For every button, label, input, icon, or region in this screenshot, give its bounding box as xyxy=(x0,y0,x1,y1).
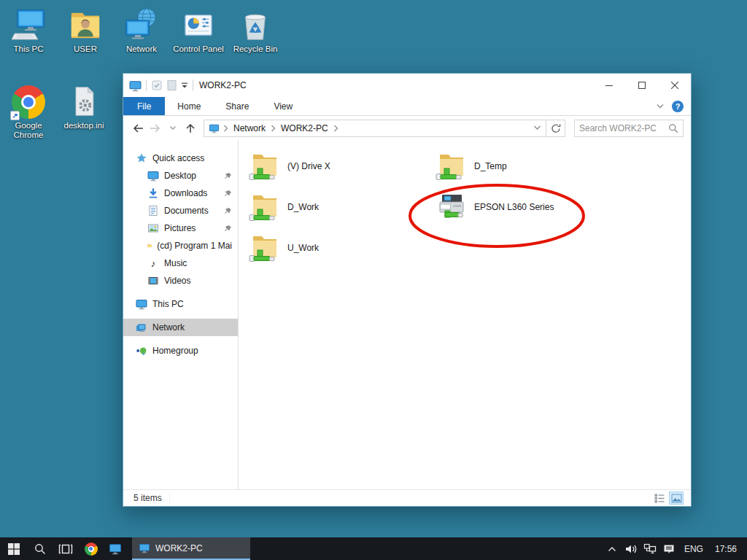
chrome-icon xyxy=(85,542,98,556)
volume-button[interactable] xyxy=(622,537,640,560)
pin-icon xyxy=(224,172,232,180)
sidebar-item-desktop[interactable]: Desktop xyxy=(123,167,238,184)
action-center-icon xyxy=(663,544,675,554)
sidebar-item-label: Desktop xyxy=(164,171,196,181)
desktop-icon-user-folder[interactable]: USER xyxy=(58,6,113,54)
desktop-icon-label: Network xyxy=(114,44,169,54)
file-item-u-work[interactable]: U_Work xyxy=(249,228,436,268)
file-item-d-work[interactable]: D_Work xyxy=(249,187,436,228)
tab-home[interactable]: Home xyxy=(165,97,213,115)
desktop-icon-this-pc[interactable]: This PC xyxy=(1,6,56,54)
sidebar-item-label: Downloads xyxy=(164,188,207,198)
expand-ribbon-chevron-icon[interactable] xyxy=(656,104,665,109)
breadcrumb-chevron-icon[interactable] xyxy=(333,125,338,132)
tab-share[interactable]: Share xyxy=(213,97,261,115)
refresh-icon xyxy=(551,123,561,133)
status-bar: 5 items xyxy=(123,489,691,506)
file-item-label: D_Work xyxy=(287,202,319,212)
task-view-button[interactable] xyxy=(53,537,79,560)
task-button-work2-pc[interactable]: WORK2-PC xyxy=(132,537,250,560)
file-item-v-drive-x[interactable]: (V) Drive X xyxy=(249,146,436,187)
file-item-epson-printer[interactable]: EPSON L360 Series xyxy=(436,187,622,228)
back-button[interactable] xyxy=(129,120,147,137)
large-icons-view-button[interactable] xyxy=(669,491,684,505)
pin-icon xyxy=(224,225,232,233)
recent-locations-chevron-icon[interactable] xyxy=(164,120,182,137)
show-hidden-icons-button[interactable] xyxy=(603,537,622,560)
action-center-button[interactable] xyxy=(659,537,678,560)
speaker-icon xyxy=(624,544,638,554)
file-item-d-temp[interactable]: D_Temp xyxy=(436,146,622,187)
sidebar-item-cd-program[interactable]: (cd) Program 1 Mai xyxy=(123,237,238,254)
details-view-button[interactable] xyxy=(652,491,667,505)
breadcrumb-chevron-icon[interactable] xyxy=(271,125,276,132)
refresh-button[interactable] xyxy=(546,120,565,137)
sidebar-item-label: Homegroup xyxy=(152,346,198,356)
task-button-label: WORK2-PC xyxy=(155,543,203,553)
address-bar[interactable]: Network WORK2-PC xyxy=(204,120,546,137)
sidebar-item-this-pc[interactable]: This PC xyxy=(123,295,238,313)
user-folder-icon xyxy=(58,6,113,42)
desktop-icon-label: desktop.ini xyxy=(56,121,112,131)
sidebar-item-homegroup[interactable]: Homegroup xyxy=(123,342,238,359)
help-button[interactable]: ? xyxy=(672,101,684,112)
desktop-icon-desktop-ini[interactable]: desktop.ini xyxy=(56,82,112,131)
explorer-icon xyxy=(109,542,122,555)
recycle-bin-icon xyxy=(228,6,283,42)
taskbar-search-button[interactable] xyxy=(28,537,53,560)
tab-file[interactable]: File xyxy=(123,97,165,115)
clock[interactable]: 17:56 xyxy=(709,537,747,560)
sidebar-item-documents[interactable]: Documents xyxy=(123,202,238,219)
location-computer-icon xyxy=(209,123,220,133)
breadcrumb-network[interactable]: Network xyxy=(232,123,267,133)
sidebar-item-label: This PC xyxy=(152,299,184,309)
desktop-icon-network[interactable]: Network xyxy=(114,6,169,54)
properties-button-icon[interactable] xyxy=(151,79,163,91)
breadcrumb-chevron-icon[interactable] xyxy=(223,125,228,132)
maximize-button[interactable] xyxy=(625,74,658,97)
file-item-label: U_Work xyxy=(287,243,319,253)
videos-icon xyxy=(147,275,159,287)
customize-toolbar-chevron-icon[interactable] xyxy=(181,82,188,89)
shortcut-arrow-icon: ↗ xyxy=(10,111,20,120)
sidebar-item-videos[interactable]: Videos xyxy=(123,272,238,289)
details-view-icon xyxy=(654,494,665,503)
language-indicator[interactable]: ENG xyxy=(678,537,709,560)
start-button[interactable] xyxy=(0,537,28,560)
title-bar[interactable]: WORK2-PC xyxy=(123,74,691,97)
breadcrumb-work2-pc[interactable]: WORK2-PC xyxy=(279,123,330,133)
item-count: 5 items xyxy=(133,493,170,503)
search-icon[interactable] xyxy=(668,123,678,133)
sidebar-item-pictures[interactable]: Pictures xyxy=(123,219,238,237)
taskbar: WORK2-PC ENG 17:56 xyxy=(0,537,747,560)
up-button[interactable] xyxy=(182,120,199,137)
shared-folder-icon xyxy=(249,232,281,264)
desktop-icon xyxy=(147,170,159,182)
taskbar-explorer-button[interactable] xyxy=(103,537,127,560)
network-status-button[interactable] xyxy=(640,537,659,560)
sidebar-item-label: Documents xyxy=(164,206,209,216)
desktop-icon-google-chrome[interactable]: ↗ Google Chrome xyxy=(1,82,56,140)
address-dropdown-chevron-icon[interactable] xyxy=(533,125,541,131)
new-folder-button-icon[interactable] xyxy=(167,79,177,91)
ribbon-tabs: File Home Share View ? xyxy=(123,97,691,116)
folder-icon xyxy=(147,240,152,252)
pin-icon xyxy=(224,190,232,198)
desktop-icon-recycle-bin[interactable]: Recycle Bin xyxy=(228,6,283,54)
search-box[interactable] xyxy=(574,120,684,137)
sidebar-item-label: Quick access xyxy=(152,153,204,163)
sidebar-item-music[interactable]: ♪ Music xyxy=(123,254,238,272)
desktop-icon-control-panel[interactable]: Control Panel xyxy=(171,6,226,54)
search-input[interactable] xyxy=(579,123,668,133)
forward-button[interactable] xyxy=(147,120,164,137)
sidebar-item-network[interactable]: Network xyxy=(123,319,238,336)
file-item-label: EPSON L360 Series xyxy=(474,202,554,212)
file-list-area[interactable]: (V) Drive X D_Work U_Work D_Temp xyxy=(239,140,691,489)
close-button[interactable] xyxy=(658,74,691,97)
sidebar-item-downloads[interactable]: Downloads xyxy=(123,184,238,202)
sidebar-item-quick-access[interactable]: Quick access xyxy=(123,149,238,167)
tab-view[interactable]: View xyxy=(261,97,305,115)
pin-icon xyxy=(224,207,232,215)
taskbar-chrome-button[interactable] xyxy=(79,537,103,560)
minimize-button[interactable] xyxy=(592,74,625,97)
